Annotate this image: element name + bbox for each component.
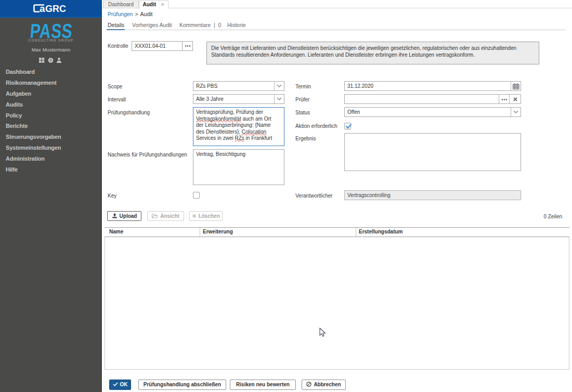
svg-text:a: a: [40, 3, 45, 14]
svg-text:?: ?: [49, 58, 52, 63]
svg-text:GRC: GRC: [45, 4, 66, 14]
